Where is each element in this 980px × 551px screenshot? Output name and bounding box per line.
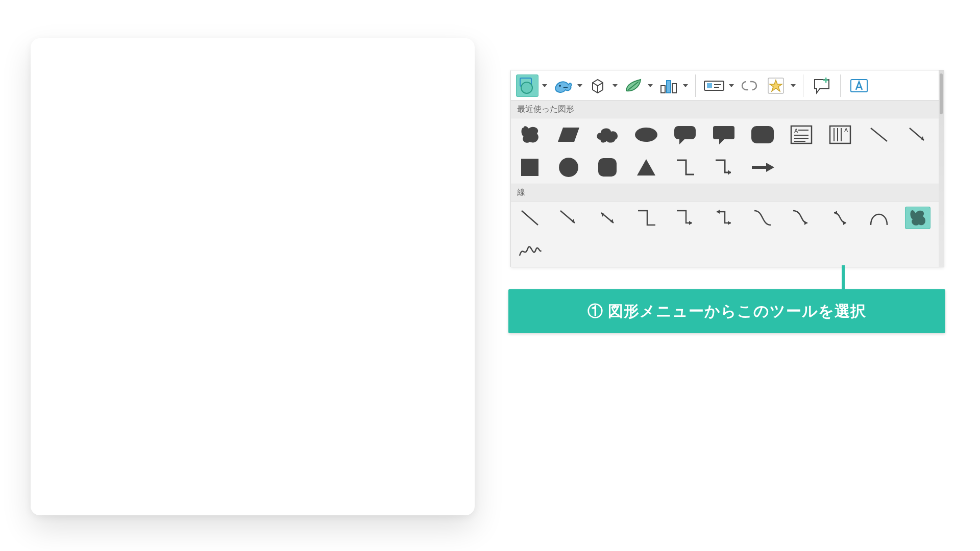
line-freeform-tool[interactable] [905, 207, 930, 229]
shape-text-box-lines[interactable]: A [789, 123, 814, 146]
shapes-toolbar-panel: 最近使った図形 A A 線 [510, 70, 944, 267]
cube-dropdown-group [586, 74, 618, 97]
shape-speech-rect[interactable] [711, 123, 737, 146]
shapes-dropdown-button[interactable] [516, 74, 538, 97]
line-elbow-arrow[interactable] [672, 207, 698, 229]
document-canvas[interactable] [31, 38, 475, 515]
shape-triangle[interactable] [633, 156, 659, 179]
svg-rect-8 [714, 84, 721, 85]
shape-rounded-rect-large[interactable] [750, 123, 775, 146]
line-s-curve[interactable] [750, 207, 775, 229]
svg-rect-3 [661, 86, 665, 93]
toolbar-row [511, 70, 944, 101]
comment-button[interactable] [811, 74, 833, 97]
media-button[interactable] [551, 74, 574, 97]
svg-text:A: A [844, 127, 848, 133]
line-scribble[interactable] [517, 239, 543, 262]
svg-rect-34 [752, 166, 767, 169]
lines-grid [511, 202, 944, 267]
chart-button[interactable] [657, 74, 679, 97]
chart-dropdown-group [657, 74, 688, 97]
media-dropdown-group [551, 74, 582, 97]
scrollbar-thumb[interactable] [940, 73, 943, 114]
leaf-button[interactable] [622, 74, 644, 97]
svg-rect-4 [667, 81, 671, 93]
caret-icon [729, 84, 734, 87]
svg-point-1 [521, 82, 532, 93]
shape-line-arrow[interactable] [905, 123, 930, 146]
caret-icon [683, 84, 688, 87]
caret-icon [577, 84, 582, 87]
svg-rect-7 [707, 83, 712, 88]
shapes-dropdown-group [516, 74, 547, 97]
shape-text-box-vertical[interactable]: A [827, 123, 853, 146]
line-s-curve-double[interactable] [827, 207, 853, 229]
shape-speech-rounded[interactable] [672, 123, 698, 146]
caret-icon [791, 84, 796, 87]
line-arrow-single[interactable] [556, 207, 581, 229]
cube-button[interactable] [586, 74, 609, 97]
star-button[interactable] [765, 74, 787, 97]
leaf-dropdown-group [622, 74, 653, 97]
shape-square-solid[interactable] [517, 156, 543, 179]
caret-icon [542, 84, 547, 87]
shape-ellipse-solid[interactable] [633, 123, 659, 146]
shape-line-diagonal[interactable] [866, 123, 892, 146]
shape-cloud[interactable] [595, 123, 620, 146]
scrollbar[interactable] [939, 70, 944, 267]
separator [695, 74, 696, 97]
svg-rect-31 [521, 159, 538, 176]
recent-shapes-header: 最近使った図形 [511, 101, 944, 118]
line-arrow-double-diag[interactable] [595, 207, 620, 229]
svg-line-29 [871, 128, 887, 141]
textbox-dropdown-group [703, 74, 734, 97]
lines-header: 線 [511, 184, 944, 202]
svg-rect-16 [713, 126, 734, 139]
svg-point-14 [635, 128, 657, 142]
svg-rect-9 [714, 87, 719, 88]
recent-shapes-grid: A A [511, 118, 944, 184]
svg-rect-33 [598, 158, 617, 177]
shape-blob[interactable] [517, 123, 543, 146]
svg-text:A: A [794, 128, 798, 134]
separator [803, 74, 803, 97]
callout-connector-line [842, 265, 845, 291]
shape-step-connector-2[interactable] [711, 156, 737, 179]
shape-parallelogram[interactable] [556, 123, 581, 146]
svg-point-2 [559, 85, 561, 87]
separator [840, 74, 841, 97]
link-button[interactable] [738, 74, 761, 97]
line-arc[interactable] [866, 207, 892, 229]
shape-step-connector-1[interactable] [672, 156, 698, 179]
line-elbow-1[interactable] [633, 207, 659, 229]
line-plain[interactable] [517, 207, 543, 229]
star-dropdown-group [765, 74, 796, 97]
svg-line-35 [522, 211, 538, 225]
instruction-callout: ① 図形メニューからこのツールを選択 [508, 289, 945, 333]
shape-rounded-square[interactable] [595, 156, 620, 179]
caret-icon [648, 84, 653, 87]
textbox-button[interactable] [703, 74, 725, 97]
svg-rect-17 [751, 126, 774, 143]
caret-icon [612, 84, 618, 87]
shape-arrow-right[interactable] [750, 156, 775, 179]
line-elbow-double[interactable] [711, 207, 737, 229]
svg-rect-15 [674, 126, 696, 139]
line-s-curve-arrow[interactable] [789, 207, 814, 229]
svg-rect-5 [672, 84, 676, 93]
svg-point-32 [559, 158, 578, 177]
text-frame-button[interactable] [848, 74, 870, 97]
shape-circle-solid[interactable] [556, 156, 581, 179]
